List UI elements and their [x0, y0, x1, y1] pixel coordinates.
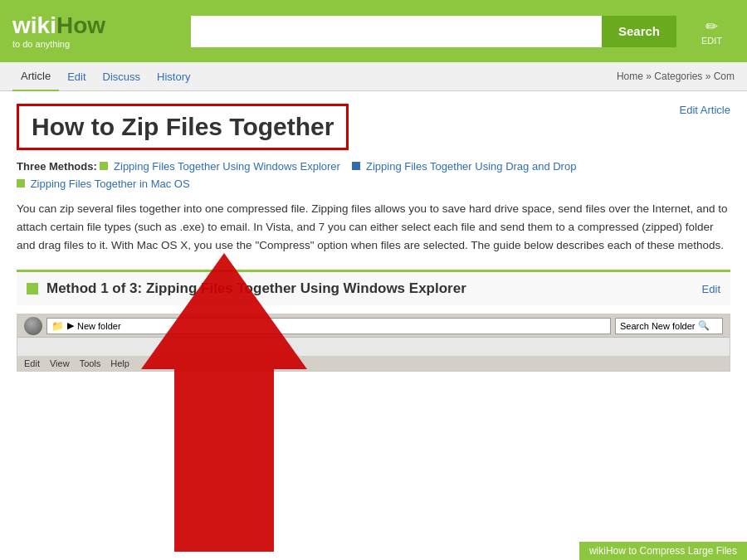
method-link-1[interactable]: Zipping Files Together Using Windows Exp… — [114, 160, 340, 173]
search-bar: Search — [191, 16, 676, 47]
edit-label: EDIT — [701, 36, 722, 46]
method-dot-2 — [352, 162, 360, 170]
folder-search-icon: 🔍 — [698, 320, 710, 331]
main-content: How to Zip Files Together Edit Article T… — [0, 91, 747, 560]
red-arrow-overlay — [124, 203, 440, 552]
method-link-3[interactable]: Zipping Files Together in Mac OS — [31, 178, 190, 190]
folder-search-bar[interactable]: Search New folder 🔍 — [615, 318, 723, 334]
breadcrumb: Home » Categories » Com — [617, 71, 735, 82]
article-header: How to Zip Files Together Edit Article — [17, 104, 730, 150]
edit-article-link[interactable]: Edit Article — [680, 104, 730, 116]
arrow-icon: ▶ — [67, 320, 74, 331]
search-button[interactable]: Search — [602, 16, 676, 47]
logo-how: How — [56, 12, 105, 38]
folder-icon: 📁 — [51, 320, 64, 332]
folder-path-bar: 📁 ▶ New folder — [46, 318, 611, 334]
tab-article[interactable]: Article — [12, 62, 59, 91]
folder-nav: 📁 ▶ New folder — [24, 317, 611, 335]
tab-edit[interactable]: Edit — [59, 62, 94, 91]
screenshot-area: 📁 ▶ New folder Search New folder 🔍 Edit … — [17, 314, 730, 372]
folder-name: New folder — [77, 321, 121, 331]
tab-history[interactable]: History — [149, 62, 198, 91]
pencil-icon: ✏ — [706, 17, 718, 36]
nav-tabs: Article Edit Discuss History — [12, 62, 199, 91]
search-input[interactable] — [191, 16, 602, 47]
screenshot-menubar: Edit View Tools Help — [17, 356, 730, 371]
method-edit-link[interactable]: Edit — [702, 283, 720, 295]
logo-wiki: wiki — [12, 12, 56, 38]
screenshot-toolbar: 📁 ▶ New folder Search New folder 🔍 — [17, 314, 730, 338]
article-title: How to Zip Files Together — [17, 104, 349, 150]
folder-search-label: Search New folder — [620, 321, 696, 331]
menu-help[interactable]: Help — [110, 358, 129, 368]
site-logo[interactable]: wikiHow — [12, 14, 178, 37]
site-header: wikiHow to do anything Search ✏ EDIT — [0, 0, 747, 62]
tab-discuss[interactable]: Discuss — [95, 62, 149, 91]
method-title-dot — [27, 283, 38, 295]
header-edit-area[interactable]: ✏ EDIT — [689, 17, 735, 46]
method-dot-3 — [17, 179, 25, 187]
logo-tagline: to do anything — [12, 39, 178, 49]
method-section: Method 1 of 3: Zipping Files Together Us… — [17, 270, 730, 305]
nav-bar: Article Edit Discuss History Home » Cate… — [0, 62, 747, 91]
back-button[interactable] — [24, 317, 42, 335]
menu-tools[interactable]: Tools — [80, 358, 101, 368]
method-link-2[interactable]: Zipping Files Together Using Drag and Dr… — [366, 160, 576, 173]
method-title: Method 1 of 3: Zipping Files Together Us… — [27, 280, 466, 297]
method-title-text: Method 1 of 3: Zipping Files Together Us… — [46, 280, 466, 297]
method-dot-1 — [100, 162, 108, 170]
menu-edit[interactable]: Edit — [24, 358, 40, 368]
three-methods: Three Methods: Zipping Files Together Us… — [17, 158, 730, 193]
article-body: You can zip several files together into … — [17, 200, 730, 256]
logo-area: wikiHow to do anything — [12, 14, 178, 49]
three-methods-label: Three Methods: — [17, 160, 97, 173]
menu-view[interactable]: View — [50, 358, 70, 368]
bottom-bar: wikiHow to Compress Large Files — [579, 542, 747, 560]
